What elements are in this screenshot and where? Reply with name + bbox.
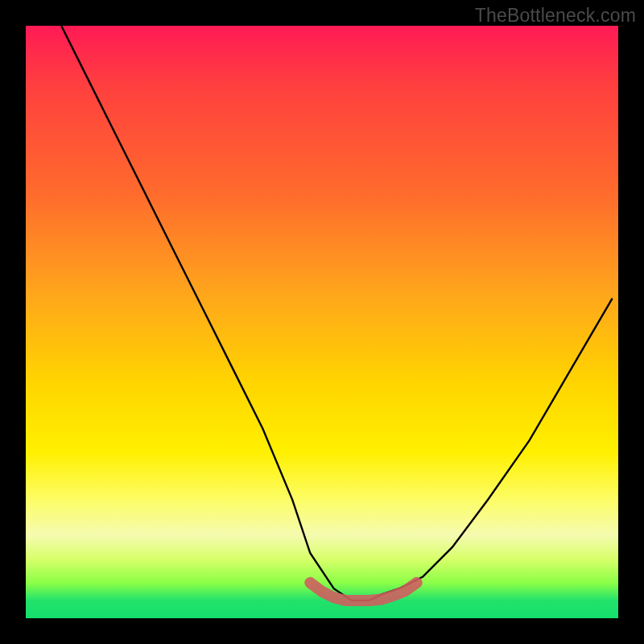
watermark-text: TheBottleneck.com (475, 5, 636, 27)
chart-svg (26, 26, 618, 618)
chart-frame: TheBottleneck.com (0, 0, 644, 644)
bottleneck-curve-path (61, 26, 612, 601)
optimal-range-path (310, 583, 416, 601)
chart-plot-area (26, 26, 618, 618)
